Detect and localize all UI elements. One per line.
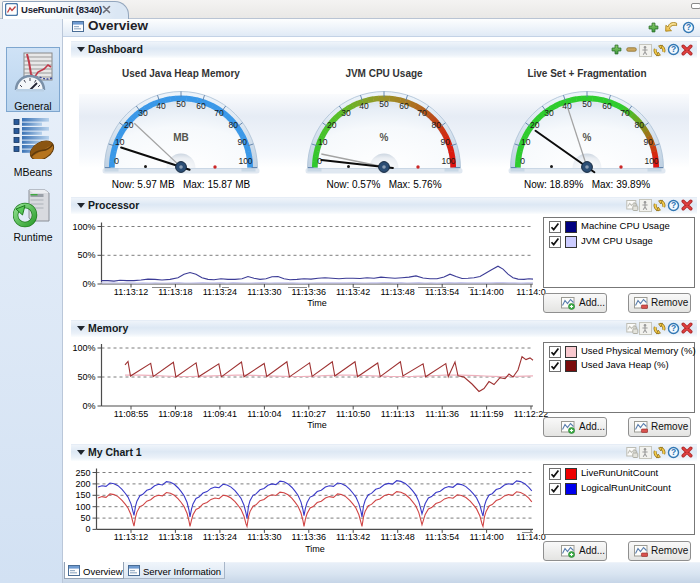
svg-text:11:14:0: 11:14:0 [516, 532, 545, 542]
svg-text:11:13:18: 11:13:18 [158, 532, 192, 542]
svg-text:11:13:30: 11:13:30 [247, 532, 281, 542]
svg-text:11:13:36: 11:13:36 [292, 532, 326, 542]
svg-text:11:13:42: 11:13:42 [336, 532, 370, 542]
svg-text:100: 100 [75, 502, 90, 512]
svg-text:11:13:54: 11:13:54 [425, 532, 459, 542]
svg-text:11:13:12: 11:13:12 [114, 532, 148, 542]
svg-text:0: 0 [85, 524, 90, 534]
svg-text:200: 200 [75, 479, 90, 489]
svg-text:Time: Time [305, 544, 325, 554]
svg-text:150: 150 [75, 490, 90, 500]
svg-text:50: 50 [80, 513, 90, 523]
svg-text:11:13:48: 11:13:48 [381, 532, 415, 542]
svg-text:11:14:00: 11:14:00 [469, 532, 503, 542]
svg-text:11:13:24: 11:13:24 [203, 532, 237, 542]
svg-text:250: 250 [75, 468, 90, 478]
